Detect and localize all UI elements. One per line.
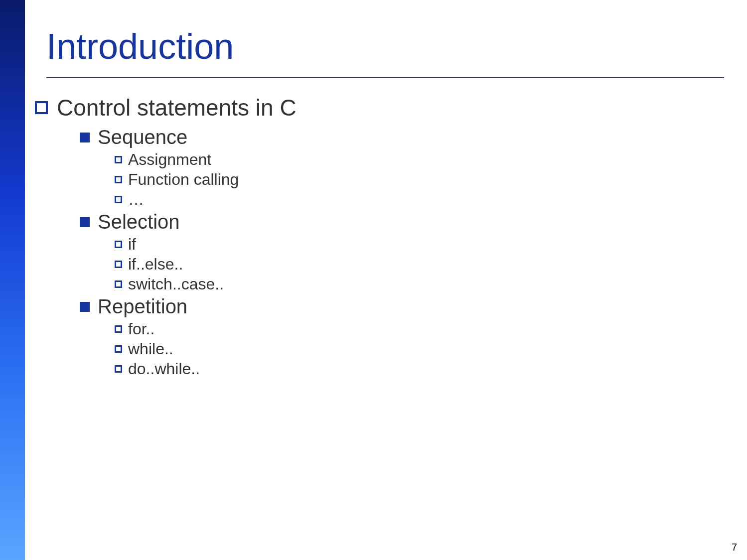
page-number: 7 [732, 542, 737, 553]
list-item: if..else.. [115, 255, 723, 274]
level3-text: Assignment [128, 150, 211, 169]
level3-text: switch..case.. [128, 275, 224, 293]
list-item: Control statements in C [35, 94, 723, 121]
level2-text: Repetition [98, 295, 187, 318]
level3-text: … [128, 190, 144, 209]
level3-text: Function calling [128, 170, 239, 189]
hollow-square-icon [115, 261, 122, 268]
filled-square-icon [80, 133, 90, 142]
slide-title: Introduction [46, 26, 234, 67]
hollow-square-icon [35, 101, 48, 114]
hollow-square-icon [115, 196, 122, 203]
list-item: Sequence [80, 126, 723, 148]
level3-text: do..while.. [128, 360, 200, 378]
list-item: Selection [80, 211, 723, 233]
side-gradient-strip [0, 0, 25, 560]
list-item: while.. [115, 340, 723, 358]
list-item: … [115, 190, 723, 209]
hollow-square-icon [115, 345, 122, 353]
hollow-square-icon [115, 241, 122, 248]
hollow-square-icon [115, 280, 122, 288]
slide-content: Control statements in C Sequence Assignm… [35, 92, 723, 380]
hollow-square-icon [115, 156, 122, 163]
hollow-square-icon [115, 325, 122, 333]
list-item: Assignment [115, 150, 723, 169]
hollow-square-icon [115, 365, 122, 373]
level3-text: if..else.. [128, 255, 183, 274]
slide: Introduction Control statements in C Seq… [0, 0, 747, 560]
level2-text: Sequence [98, 126, 187, 148]
list-item: switch..case.. [115, 275, 723, 293]
level2-text: Selection [98, 211, 180, 233]
filled-square-icon [80, 302, 90, 312]
list-item: do..while.. [115, 360, 723, 378]
level3-text: if [128, 235, 136, 254]
filled-square-icon [80, 217, 90, 227]
level1-text: Control statements in C [57, 94, 297, 121]
list-item: Function calling [115, 170, 723, 189]
level3-text: while.. [128, 340, 173, 358]
title-underline [46, 77, 724, 78]
list-item: if [115, 235, 723, 254]
list-item: for.. [115, 320, 723, 338]
level3-text: for.. [128, 320, 154, 338]
hollow-square-icon [115, 176, 122, 183]
list-item: Repetition [80, 295, 723, 318]
